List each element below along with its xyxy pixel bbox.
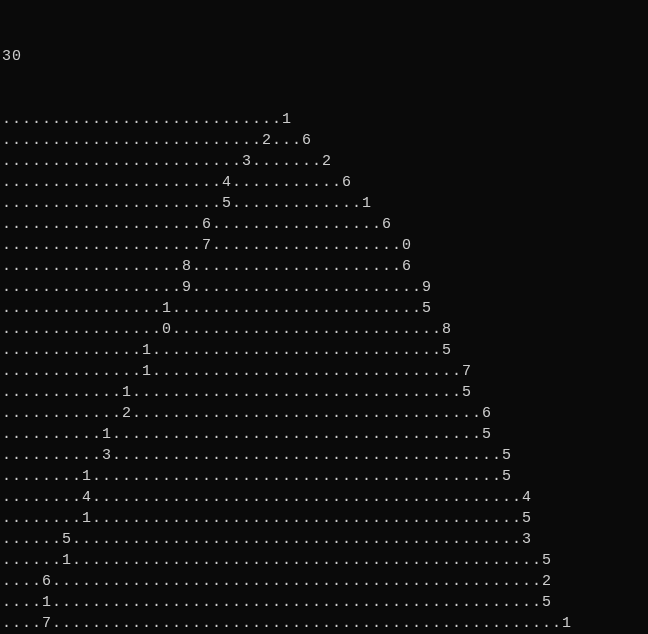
plot-row: ......5.................................… [2, 529, 648, 550]
plot-row: ....................7...................… [2, 235, 648, 256]
plot-row: ....................6.................6 [2, 214, 648, 235]
plot-row: ..............1.........................… [2, 340, 648, 361]
plot-row: ..................9.....................… [2, 277, 648, 298]
plot-row: ..........1.............................… [2, 424, 648, 445]
plot-row: ......................5.............1 [2, 193, 648, 214]
plot-row: ......................4...........6 [2, 172, 648, 193]
plot-row: ....7...................................… [2, 613, 648, 634]
plot-row: ..................8.....................… [2, 256, 648, 277]
ascii-chart: 30 ............................1 .......… [0, 0, 648, 634]
plot-row: ......1.................................… [2, 550, 648, 571]
plot-row: ............................1 [2, 109, 648, 130]
plot-row: ................0.......................… [2, 319, 648, 340]
plot-area: ............................1 ..........… [2, 109, 648, 634]
y-max-label: 30 [2, 46, 648, 67]
plot-row: ..............1.........................… [2, 361, 648, 382]
plot-row: ........1...............................… [2, 508, 648, 529]
plot-row: ........1...............................… [2, 466, 648, 487]
plot-row: ........4...............................… [2, 487, 648, 508]
plot-row: ....1...................................… [2, 592, 648, 613]
plot-row: ............2...........................… [2, 403, 648, 424]
plot-row: ............1...........................… [2, 382, 648, 403]
plot-row: ..........3.............................… [2, 445, 648, 466]
plot-row: ..........................2...6 [2, 130, 648, 151]
plot-row: ....6...................................… [2, 571, 648, 592]
plot-row: ........................3.......2 [2, 151, 648, 172]
plot-row: ................1.......................… [2, 298, 648, 319]
